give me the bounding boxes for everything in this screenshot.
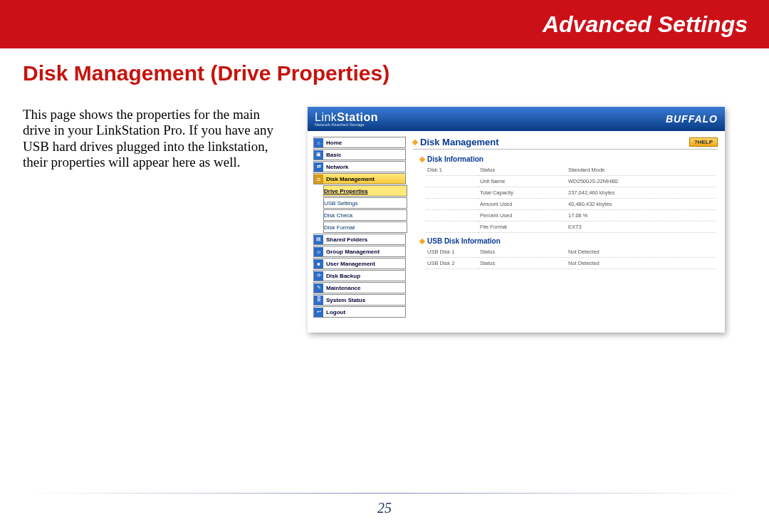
table-row: Percent Used17.08 %	[426, 210, 716, 221]
logo-station: Station	[337, 111, 378, 123]
nav-home[interactable]: ⌂Home	[313, 137, 406, 148]
nav-disk-management[interactable]: ◘Disk Management	[313, 173, 406, 184]
body-text: This page shows the properties for the m…	[23, 107, 279, 333]
nav-disk-backup[interactable]: ⟳Disk Backup	[313, 270, 406, 281]
table-row: File FormatEXT3	[426, 221, 716, 233]
table-row: Unit NameWD2500JS-22MHB0	[426, 176, 716, 187]
folder-icon: ▤	[314, 235, 323, 244]
bullet-icon	[419, 156, 425, 162]
nav-logout[interactable]: ↩Logout	[313, 306, 406, 318]
nav-maintenance[interactable]: ✎Maintenance	[313, 282, 406, 293]
bullet-icon	[412, 139, 418, 145]
network-icon: ⇄	[314, 162, 323, 172]
group-icon: ☺	[314, 247, 323, 256]
nav-basic[interactable]: ▣Basic	[313, 149, 406, 160]
screenshot-panel: LinkStation Network Attached Storage BUF…	[308, 107, 725, 333]
banner-title: Advanced Settings	[543, 11, 748, 38]
maint-icon: ✎	[314, 283, 323, 293]
usb-info-heading: USB Disk Information	[420, 237, 718, 245]
content-row: This page shows the properties for the m…	[0, 85, 769, 333]
bottom-divider	[27, 493, 742, 494]
screenshot-header: LinkStation Network Attached Storage BUF…	[308, 107, 725, 131]
backup-icon: ⟳	[314, 271, 323, 281]
nav-disk-format[interactable]: Disk Format	[323, 221, 407, 233]
help-button[interactable]: ?HELP	[689, 137, 718, 147]
usb-info-table: USB Disk 1StatusNot Detected USB Disk 2S…	[426, 246, 716, 269]
table-row: USB Disk 1StatusNot Detected	[426, 246, 716, 258]
linkstation-logo: LinkStation Network Attached Storage	[315, 111, 378, 127]
nav-system-status[interactable]: ≣System Status	[313, 294, 406, 306]
brand-logo: BUFFALO	[666, 113, 718, 125]
status-icon: ≣	[314, 296, 323, 305]
disk-info-table: Disk 1StatusStandard Mode Unit NameWD250…	[426, 165, 716, 233]
nav-user-management[interactable]: ☻User Management	[313, 258, 406, 269]
table-row: USB Disk 2StatusNot Detected	[426, 258, 716, 269]
home-icon: ⌂	[314, 138, 323, 147]
banner: Advanced Settings	[0, 0, 769, 48]
table-row: Disk 1StatusStandard Mode	[426, 165, 716, 176]
nav-drive-properties[interactable]: Drive Properties	[323, 185, 407, 197]
nav-shared-folders[interactable]: ▤Shared Folders	[313, 234, 406, 245]
page-title: Disk Management (Drive Properties)	[23, 61, 769, 85]
screenshot-body: ⌂Home ▣Basic ⇄Network ◘Disk Management D…	[308, 131, 725, 333]
page-number: 25	[0, 500, 769, 516]
panel-title-row: Disk Management ?HELP	[413, 137, 718, 150]
table-row: Total Capacity237,042,460 kbytes	[426, 187, 716, 199]
table-row: Amount Used40,480,432 kbytes	[426, 199, 716, 210]
nav-disk-check[interactable]: Disk Check	[323, 209, 407, 221]
basic-icon: ▣	[314, 150, 323, 160]
panel-title: Disk Management	[413, 137, 499, 147]
disk-info-heading: Disk Information	[420, 155, 718, 163]
logout-icon: ↩	[314, 308, 323, 317]
disk-icon: ◘	[314, 174, 323, 184]
nav-usb-settings[interactable]: USB Settings	[323, 197, 407, 209]
nav-network[interactable]: ⇄Network	[313, 161, 406, 172]
user-icon: ☻	[314, 259, 323, 268]
main-panel: Disk Management ?HELP Disk Information D…	[409, 131, 725, 333]
bullet-icon	[419, 238, 425, 244]
sidebar: ⌂Home ▣Basic ⇄Network ◘Disk Management D…	[308, 131, 409, 333]
nav-group-management[interactable]: ☺Group Management	[313, 246, 406, 257]
logo-link: Link	[315, 111, 337, 123]
